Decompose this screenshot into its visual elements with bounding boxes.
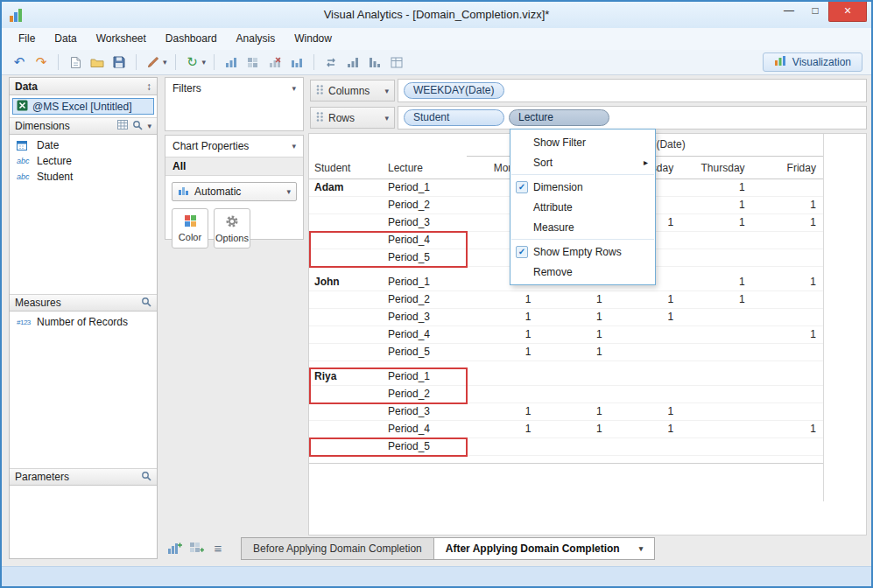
menu-file[interactable]: File	[9, 28, 45, 50]
sort-descending-icon[interactable]	[366, 53, 384, 71]
save-icon[interactable]	[110, 53, 128, 71]
value-cell	[680, 438, 751, 455]
value-cell: 1	[752, 421, 823, 438]
lecture-column-header: Lecture	[379, 162, 467, 174]
chart-type-value: Automatic	[194, 186, 241, 198]
data-panel-header: Data ↕	[10, 78, 157, 95]
value-cell: 1	[538, 309, 609, 326]
chevron-down-icon[interactable]: ▾	[147, 122, 151, 130]
value-cell: 1	[609, 309, 680, 326]
new-worksheet-icon[interactable]	[166, 541, 182, 556]
menu-dashboard[interactable]: Dashboard	[156, 28, 227, 50]
dropdown-caret-icon[interactable]: ▾	[163, 58, 167, 66]
sheet-tab-bar: ≡ Before Applying Domain CompletionAfter…	[166, 536, 654, 560]
value-cell	[538, 438, 609, 455]
empty-rows-highlight	[309, 231, 468, 268]
lecture-cell: Period_1	[379, 274, 467, 290]
value-cell	[752, 232, 823, 248]
context-menu-item-show-empty-rows[interactable]: ✓Show Empty Rows	[510, 242, 655, 262]
data-source-label: @MS Excel [Untitled]	[32, 101, 132, 113]
pill-student[interactable]: Student	[404, 109, 504, 126]
context-menu-item-show-filter[interactable]: Show Filter	[510, 132, 655, 152]
parameters-header: Parameters	[10, 468, 157, 486]
menu-worksheet[interactable]: Worksheet	[87, 28, 156, 50]
value-cell: 1	[609, 291, 680, 308]
view-data-grid-icon[interactable]	[117, 120, 128, 132]
search-icon[interactable]	[132, 120, 143, 133]
context-menu-item-dimension[interactable]: ✓Dimension	[510, 177, 655, 197]
menu-window[interactable]: Window	[285, 28, 341, 50]
visualization-button[interactable]: Visualization	[763, 52, 862, 72]
search-icon[interactable]	[141, 297, 151, 310]
refresh-icon[interactable]: ↻	[184, 53, 201, 71]
swap-axes-icon[interactable]	[322, 53, 340, 71]
color-button[interactable]: Color	[172, 208, 208, 248]
filters-header[interactable]: Filters ▾	[165, 78, 303, 94]
new-workbook-icon[interactable]	[67, 53, 84, 71]
title-bar: Visual Analytics - [Domain_Completion.vi…	[2, 2, 871, 28]
value-cell	[752, 249, 823, 266]
open-icon[interactable]	[88, 53, 106, 71]
context-menu-item-attribute[interactable]: Attribute	[510, 197, 655, 217]
chevron-down-icon: ▾	[292, 142, 296, 150]
context-menu-item-sort[interactable]: Sort▸	[510, 152, 655, 172]
new-dashboard-icon[interactable]	[188, 541, 204, 556]
options-button[interactable]: Options	[214, 208, 250, 248]
labels-icon[interactable]	[388, 53, 405, 71]
table-row: Period_41111	[309, 421, 823, 438]
new-worksheet-icon[interactable]	[222, 53, 240, 71]
maximize-button[interactable]: □	[802, 2, 828, 22]
columns-shelf-area[interactable]: WEEKDAY(Date)	[398, 79, 867, 102]
sort-fields-icon[interactable]: ↕	[146, 80, 151, 93]
value-cell: 1	[467, 344, 538, 360]
rows-shelf-area[interactable]: StudentLecture	[398, 106, 867, 130]
dimensions-list: DateabcLectureabcStudent	[10, 135, 157, 294]
lecture-cell: Period_4	[379, 421, 467, 438]
value-cell	[752, 386, 823, 402]
tab-before-applying-domain-completion[interactable]: Before Applying Domain Completion	[241, 537, 434, 560]
dimensions-header: Dimensions ▾	[10, 117, 157, 135]
context-menu-item-remove[interactable]: Remove	[510, 262, 655, 282]
sheet-tabs: Before Applying Domain CompletionAfter A…	[241, 537, 654, 560]
clear-sheet-icon[interactable]	[266, 53, 284, 71]
rows-shelf-label[interactable]: Rows ▾	[310, 107, 395, 129]
field-number-of-records[interactable]: #123Number of Records	[10, 314, 157, 330]
value-cell	[609, 326, 680, 343]
chevron-down-icon: ▾	[286, 187, 291, 196]
field-lecture[interactable]: abcLecture	[10, 153, 157, 169]
new-dashboard-icon[interactable]	[244, 53, 262, 71]
value-cell: 1	[609, 421, 680, 438]
field-date[interactable]: Date	[10, 137, 157, 153]
value-cell	[538, 368, 609, 385]
value-cell: 1	[538, 291, 609, 308]
value-cell	[609, 344, 680, 360]
crosstab-right-border	[823, 134, 824, 501]
chart-properties-header[interactable]: Chart Properties ▾	[165, 136, 303, 152]
format-icon[interactable]	[144, 53, 162, 71]
context-menu-item-measure[interactable]: Measure	[510, 217, 655, 237]
duplicate-sheet-icon[interactable]	[288, 53, 306, 71]
undo-icon[interactable]: ↶	[11, 53, 28, 71]
pill-weekday-date[interactable]: WEEKDAY(Date)	[404, 82, 504, 99]
value-cell	[609, 386, 680, 402]
close-button[interactable]: ×	[828, 2, 867, 22]
value-cell	[680, 309, 751, 326]
pill-lecture[interactable]: Lecture	[509, 109, 609, 126]
sort-ascending-icon[interactable]	[344, 53, 362, 71]
tab-after-applying-domain-completion[interactable]: After Applying Domain Completion▾	[433, 537, 655, 560]
chart-type-select[interactable]: Automatic ▾	[172, 182, 297, 201]
field-student[interactable]: abcStudent	[10, 169, 157, 185]
sheet-list-icon[interactable]: ≡	[210, 541, 226, 556]
menu-data[interactable]: Data	[45, 28, 86, 50]
dropdown-caret-icon[interactable]: ▾	[202, 58, 207, 66]
menu-analysis[interactable]: Analysis	[227, 28, 285, 50]
toolbar: ↶↷▾↻▾ Visualization	[2, 50, 871, 75]
data-source-item[interactable]: @MS Excel [Untitled]	[12, 98, 154, 115]
value-cell	[680, 232, 751, 248]
search-icon[interactable]	[141, 471, 151, 484]
minimize-button[interactable]: —	[776, 2, 802, 22]
redo-icon[interactable]: ↷	[32, 53, 50, 71]
value-cell	[467, 438, 538, 455]
value-cell	[680, 249, 751, 266]
columns-shelf-label[interactable]: Columns ▾	[310, 80, 395, 102]
